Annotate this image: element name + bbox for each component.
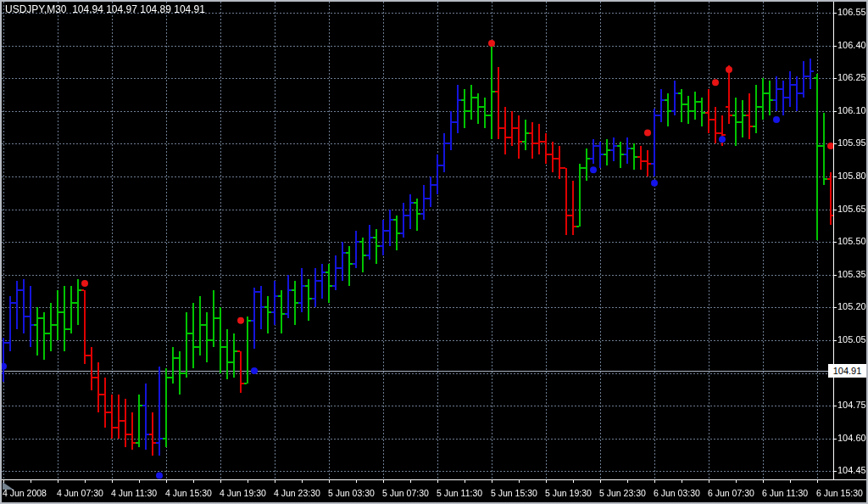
price-axis-label: 105.95: [837, 137, 868, 148]
price-axis-label: 105.50: [837, 236, 868, 246]
chart-title: USDJPY,M30 104.94 104.97 104.89 104.91: [5, 3, 205, 15]
time-axis-label: 5 Jun 23:30: [599, 488, 646, 498]
price-axis-label: 106.40: [837, 40, 868, 50]
price-axis-label: 104.45: [837, 465, 868, 475]
price-axis-label: 105.20: [837, 301, 868, 311]
price-axis-label: 106.55: [837, 7, 868, 17]
time-axis-label: 5 Jun 15:30: [491, 488, 537, 498]
time-axis-label: 4 Jun 23:30: [274, 488, 320, 498]
time-axis-label: 6 Jun 11:30: [762, 488, 808, 498]
time-axis-label: 5 Jun 03:30: [328, 488, 375, 498]
time-axis-label: 5 Jun 11:30: [437, 488, 482, 498]
time-axis-label: 4 Jun 07:30: [57, 488, 103, 498]
price-axis-label: 105.35: [837, 269, 868, 279]
time-axis-label: 4 Jun 19:30: [220, 488, 266, 498]
time-axis-label: 4 Jun 15:30: [165, 488, 212, 498]
price-axis-label: 105.05: [837, 334, 868, 344]
time-axis-label: 5 Jun 19:30: [545, 488, 592, 498]
bid-price-box: 104.91: [828, 364, 866, 378]
price-axis-label: 104.60: [837, 433, 868, 443]
price-chart-canvas[interactable]: [2, 2, 866, 502]
chart-shift-marker[interactable]: [3, 482, 14, 490]
price-axis-label: 104.75: [837, 400, 868, 410]
price-axis-label: 106.25: [837, 72, 868, 82]
time-axis-label: 5 Jun 07:30: [382, 488, 429, 498]
time-axis-label: 6 Jun 07:30: [708, 488, 754, 498]
chart-window: USDJPY,M30 104.94 104.97 104.89 104.91 1…: [0, 0, 868, 504]
price-axis-label: 105.65: [837, 204, 868, 214]
time-axis-label: 6 Jun 15:30: [816, 488, 863, 498]
price-axis-label: 106.10: [837, 105, 868, 115]
price-axis-label: 105.80: [837, 171, 868, 181]
time-axis-label: 6 Jun 03:30: [654, 488, 700, 498]
time-axis-label: 4 Jun 11:30: [111, 488, 157, 498]
